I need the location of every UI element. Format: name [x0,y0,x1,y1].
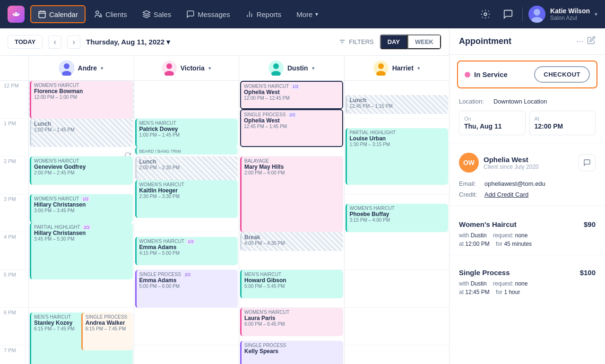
client-row: OW Ophelia West Client since July 2020 [449,147,605,178]
next-arrow[interactable]: › [67,35,80,49]
edit-icon [587,36,596,44]
grid-row [345,308,449,346]
appt-time: 2:00 PM – 2:45 PM [34,170,130,175]
appt-phoebe-haircut[interactable]: WOMEN'S HAIRCUT Phoebe Buffay 3:15 PM – … [346,204,449,232]
checkout-button[interactable]: CHECKOUT [534,66,590,83]
email-label: Email: [459,180,483,187]
appt-client-name: Hillary Christansen [34,230,130,236]
appt-lunch-victoria[interactable]: Lunch 2:00 PM – 2:30 PM [135,156,238,180]
staff-caret-victoria: ▾ [208,65,211,71]
appt-ophelia-process[interactable]: SINGLE PROCESS 2/2 Ophelia West 12:45 PM… [240,109,343,147]
appt-lunch-harriet[interactable]: Lunch 12:45 PM – 1:15 PM [346,95,449,114]
appt-florence-haircut[interactable]: WOMEN'S HAIRCUT Florence Bowman 12:00 PM… [30,81,133,119]
settings-button[interactable] [477,6,494,23]
appt-mary-balayage[interactable]: BALAYAGE Mary May Hills 2:00 PM – 4:00 P… [240,156,343,232]
user-chevron-icon: ▾ [595,11,597,17]
time-7pm: 7 PM [0,346,28,364]
grid-col-dustin: WOMEN'S HAIRCUT 1/2 Ophelia West 12:00 P… [239,81,344,364]
time-1pm: 1 PM [0,119,28,156]
appt-time: 2:00 PM – 4:00 PM [244,170,340,175]
nav-item-more[interactable]: More ▾ [290,7,325,22]
grid-row [345,232,449,270]
appt-ophelia-haircut[interactable]: WOMEN'S HAIRCUT 1/2 Ophelia West 12:00 P… [240,81,343,109]
appt-client-name: Ophelia West [244,89,339,95]
nav-item-messages[interactable]: Messages [180,6,236,22]
location-label: Location: [459,98,490,105]
appt-label: Lunch [350,97,446,104]
nav-item-clients[interactable]: Clients [87,6,134,22]
staff-caret-andre: ▾ [101,65,104,71]
appt-client-name: Genevieve Godfrey [34,164,130,170]
appt-label: Lunch [139,158,235,165]
service-divider [449,255,605,255]
appt-louise-highlight[interactable]: PARTIAL HIGHLIGHT Louise Urban 1:30 PM –… [346,128,449,185]
svg-point-18 [64,63,69,69]
appt-laura-haircut[interactable]: WOMEN'S HAIRCUT Laura Paris 6:00 PM – 6:… [240,308,343,336]
service-name: Single Process [459,269,510,277]
appt-emma-process[interactable]: SINGLE PROCESS 2/2 Emma Adams 5:00 PM – … [135,270,238,308]
appt-emma-haircut[interactable]: WOMEN'S HAIRCUT 1/2 Emma Adams 4:15 PM –… [135,237,238,265]
appt-type-label: WOMEN'S HAIRCUT [244,310,340,315]
appt-client-name: Florence Bowman [34,88,130,95]
chat-button[interactable] [500,6,517,23]
credit-label: Credit: [459,191,483,198]
appt-time: 2:00 PM – 2:30 PM [139,165,235,170]
nav-item-calendar[interactable]: Calendar [30,5,86,23]
nav-item-sales[interactable]: Sales [136,6,178,22]
svg-point-10 [484,13,487,16]
appt-hillary-highlight[interactable]: PARTIAL HIGHLIGHT 2/2 Hillary Christanse… [30,223,133,279]
date-display[interactable]: Thursday, Aug 11, 2022 ▾ [86,38,170,46]
week-view-button[interactable]: WEEK [407,35,441,49]
grid-row [134,308,239,346]
appt-client-name: Hillary Christansen [34,201,130,208]
appt-type-label: WOMEN'S HAIRCUT [139,182,235,187]
avatar-dustin [268,61,284,76]
appt-client-name: Mary May Hills [244,164,340,170]
time-2pm: 2 PM [0,156,28,194]
appt-andrea-process[interactable]: SINGLE PROCESS Andrea Walker 6:15 PM – 7… [81,312,133,350]
day-view-button[interactable]: DAY [380,35,407,49]
toolbar-right: FILTERS DAY WEEK [338,34,441,50]
appt-kaitlin-haircut[interactable]: WOMEN'S HAIRCUT Kaitlin Hoeger 2:30 PM –… [135,180,238,218]
appt-hillary-haircut[interactable]: WOMEN'S HAIRCUT 1/2 Hillary Christansen … [30,194,133,223]
appt-lunch-andre[interactable]: Lunch 1:00 PM – 1:45 PM [30,119,133,147]
appt-genevieve-haircut[interactable]: WOMEN'S HAIRCUT Genevieve Godfrey 2:00 P… [30,156,133,185]
appt-client-name: Andrea Walker [86,320,130,326]
panel-more-button[interactable]: ··· [576,36,583,46]
chat-icon [503,9,513,19]
user-menu[interactable]: Katie Wilson Salon Azul ▾ [528,6,597,23]
appt-patrick-haircut[interactable]: MEN'S HAIRCUT Patrick Dowey 1:00 PM – 1:… [135,119,238,147]
add-credit-link[interactable]: Add Credit Card [484,191,528,198]
panel-edit-button[interactable] [587,36,596,47]
divider [449,206,605,206]
staff-col-harriet[interactable]: Harriet ▾ [344,56,449,80]
avatar-andre [59,61,74,76]
message-client-button[interactable] [579,154,596,171]
client-name: Ophelia West [484,156,539,164]
service-sub-with: with Dustin request: none [459,231,596,240]
service-sub-time: at 12:45 PM for 1 hour [459,288,596,296]
staff-name-dustin: Dustin [287,64,308,72]
filters-button[interactable]: FILTERS [338,38,374,46]
nav-item-reports[interactable]: Reports [239,6,288,22]
time-6pm: 6 PM [0,308,28,346]
appt-label: Break [244,234,340,241]
calendar-toolbar: TODAY ‹ › Thursday, Aug 11, 2022 ▾ FILTE… [0,28,449,56]
appt-type-label: WOMEN'S HAIRCUT 1/2 [139,239,235,244]
prev-arrow[interactable]: ‹ [48,35,61,49]
appt-beard-trim[interactable]: BEARD / BANG TRIM [135,147,238,155]
credit-row: Credit: Add Credit Card [449,189,605,200]
staff-col-dustin[interactable]: Dustin ▾ [239,56,344,80]
staff-col-andre[interactable]: Andre ▾ [28,56,134,80]
appt-break-dustin[interactable]: Break 4:00 PM – 4:30 PM [240,232,343,251]
app-logo [8,6,25,23]
appt-kelly-process[interactable]: SINGLE PROCESS Kelly Spears [240,341,343,364]
staff-col-victoria[interactable]: Victoria ▾ [134,56,239,80]
appt-howard-haircut[interactable]: MEN'S HAIRCUT Howard Gibson 5:00 PM – 5:… [240,270,343,298]
appt-time: 4:15 PM – 5:00 PM [139,251,235,256]
nav-right: Katie Wilson Salon Azul ▾ [477,6,597,23]
service-sub-with: with Dustin request: none [459,279,596,288]
staff-name-andre: Andre [78,64,97,72]
panel-actions: ··· [576,36,596,47]
today-button[interactable]: TODAY [8,35,43,49]
